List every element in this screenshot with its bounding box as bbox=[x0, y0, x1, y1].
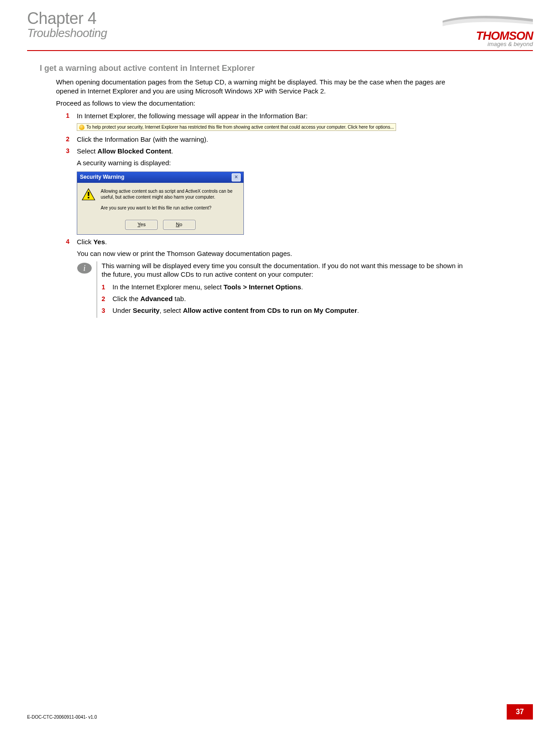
step-2-text: Click the Information Bar (with the warn… bbox=[77, 135, 470, 144]
n3-prefix: Under bbox=[112, 307, 133, 314]
step-text: In Internet Explorer, the following mess… bbox=[77, 111, 470, 132]
close-icon: × bbox=[232, 173, 241, 181]
warning-icon bbox=[82, 188, 95, 201]
step-2: 2 Click the Information Bar (with the wa… bbox=[66, 135, 470, 144]
content-area: I get a warning about active content in … bbox=[27, 64, 533, 318]
intro-paragraph-1: When opening documentation pages from th… bbox=[56, 78, 470, 95]
step-4-bold: Yes bbox=[93, 238, 105, 246]
shield-icon bbox=[79, 125, 84, 130]
step-number: 2 bbox=[66, 135, 77, 143]
step-text: Click Yes. You can now view or print the… bbox=[77, 237, 470, 259]
note-step-1: 1 In the Internet Explorer menu, select … bbox=[102, 283, 470, 292]
chapter-subtitle: Troubleshooting bbox=[27, 26, 107, 40]
ie-information-bar: To help protect your security, Internet … bbox=[77, 123, 396, 131]
step-number: 4 bbox=[66, 237, 77, 245]
svg-text:i: i bbox=[83, 264, 85, 273]
dialog-buttons: Yes No bbox=[77, 219, 243, 234]
step-3-sub: A security warning is displayed: bbox=[77, 158, 470, 167]
note-intro: This warning will be displayed every tim… bbox=[102, 261, 470, 279]
dialog-title-text: Security Warning bbox=[80, 173, 124, 181]
svg-rect-2 bbox=[88, 197, 89, 198]
brand-tagline: images & beyond bbox=[443, 41, 533, 47]
section-body: When opening documentation pages from th… bbox=[56, 78, 470, 318]
swoosh-icon bbox=[443, 14, 533, 31]
section-heading: I get a warning about active content in … bbox=[40, 64, 470, 73]
step-4: 4 Click Yes. You can now view or print t… bbox=[66, 237, 470, 259]
step-3-suffix: . bbox=[171, 147, 173, 155]
header-brand: THOMSON images & beyond bbox=[443, 10, 533, 47]
n1-suffix: . bbox=[301, 283, 303, 291]
step-4-sub: You can now view or print the Thomson Ga… bbox=[77, 249, 470, 258]
note-step-2: 2 Click the Advanced tab. bbox=[102, 294, 470, 303]
info-icon: i bbox=[77, 262, 92, 274]
yes-button: Yes bbox=[125, 220, 158, 230]
step-3: 3 Select Allow Blocked Content. A securi… bbox=[66, 147, 470, 235]
n2-prefix: Click the bbox=[112, 295, 140, 302]
step-3-bold: Allow Blocked Content bbox=[98, 147, 171, 155]
step-number: 1 bbox=[66, 111, 77, 119]
brand-name: THOMSON bbox=[443, 30, 533, 42]
n3-mid: , select bbox=[159, 307, 183, 314]
step-number: 3 bbox=[102, 306, 112, 315]
step-1-text: In Internet Explorer, the following mess… bbox=[77, 112, 308, 120]
n1-bold: Tools > Internet Options bbox=[224, 283, 301, 291]
step-text: Select Allow Blocked Content. A security… bbox=[77, 147, 470, 235]
header-left: Chapter 4 Troubleshooting bbox=[27, 10, 107, 40]
step-1: 1 In Internet Explorer, the following me… bbox=[66, 111, 470, 132]
infobar-text: To help protect your security, Internet … bbox=[86, 124, 394, 130]
dialog-line-2: Are you sure you want to let this file r… bbox=[101, 205, 239, 211]
n2-bold: Advanced bbox=[140, 295, 173, 302]
no-button: No bbox=[163, 220, 196, 230]
dialog-body: Allowing active content such as script a… bbox=[77, 183, 243, 219]
dialog-line-1: Allowing active content such as script a… bbox=[101, 188, 239, 200]
page-header: Chapter 4 Troubleshooting THOMSON images… bbox=[27, 10, 533, 47]
header-rule bbox=[27, 50, 533, 51]
step-text: Under Security, select Allow active cont… bbox=[112, 306, 470, 315]
svg-rect-1 bbox=[88, 192, 89, 196]
step-3-prefix: Select bbox=[77, 147, 98, 155]
document-page: Chapter 4 Troubleshooting THOMSON images… bbox=[0, 0, 560, 734]
brand-swoosh-graphic bbox=[443, 14, 533, 31]
step-text: In the Internet Explorer menu, select To… bbox=[112, 283, 470, 292]
chapter-title: Chapter 4 bbox=[27, 10, 107, 27]
security-warning-dialog: Security Warning × bbox=[77, 172, 244, 235]
page-number: 37 bbox=[507, 704, 533, 720]
n2-suffix: tab. bbox=[173, 295, 186, 302]
dialog-text: Allowing active content such as script a… bbox=[101, 188, 239, 216]
n3-bold1: Security bbox=[133, 307, 159, 314]
dialog-title-bar: Security Warning × bbox=[77, 172, 243, 183]
page-footer: E-DOC-CTC-20060911-0041- v1.0 37 bbox=[27, 704, 533, 720]
step-4-prefix: Click bbox=[77, 238, 93, 246]
n3-suffix: . bbox=[357, 307, 359, 314]
n3-bold2: Allow active content from CDs to run on … bbox=[183, 307, 357, 314]
note-step-3: 3 Under Security, select Allow active co… bbox=[102, 306, 470, 315]
n1-prefix: In the Internet Explorer menu, select bbox=[112, 283, 224, 291]
step-text: Click the Advanced tab. bbox=[112, 294, 470, 303]
step-number: 3 bbox=[66, 147, 77, 154]
note-content: This warning will be displayed every tim… bbox=[97, 261, 470, 318]
step-number: 1 bbox=[102, 283, 112, 292]
document-id: E-DOC-CTC-20060911-0041- v1.0 bbox=[27, 715, 97, 720]
intro-paragraph-2: Proceed as follows to view the documenta… bbox=[56, 99, 470, 108]
step-number: 2 bbox=[102, 294, 112, 303]
step-4-suffix: . bbox=[105, 238, 107, 246]
info-note: i This warning will be displayed every t… bbox=[77, 261, 470, 318]
